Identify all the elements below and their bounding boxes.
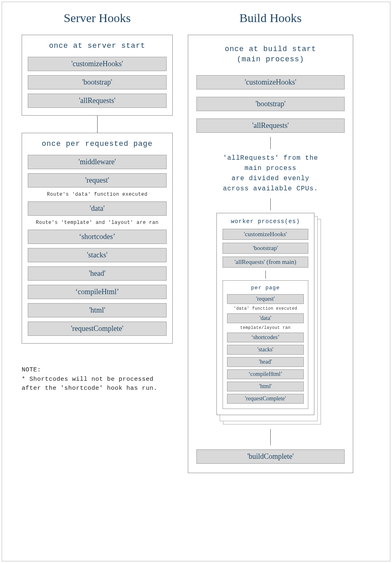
per-page-panel: per page 'request' 'data' function execu… bbox=[223, 280, 308, 409]
hook-data: 'data' bbox=[227, 313, 304, 323]
note-template-layout: Route's 'template' and 'layout' are ran bbox=[28, 220, 167, 226]
hook-head: 'head' bbox=[28, 266, 167, 281]
hook-bootstrap: 'bootstrap' bbox=[196, 97, 345, 111]
connector-line bbox=[270, 137, 271, 149]
build-hooks-title: Build Hooks bbox=[188, 11, 353, 25]
build-main-panel: once at build start (main process) 'cust… bbox=[188, 35, 353, 473]
hook-bootstrap: 'bootstrap' bbox=[28, 75, 167, 89]
server-start-panel: once at server start 'customizeHooks' 'b… bbox=[22, 35, 173, 116]
hook-bootstrap: 'bootstrap' bbox=[223, 243, 308, 254]
build-start-title: once at build start (main process) bbox=[196, 44, 345, 65]
hook-customizeHooks: 'customizeHooks' bbox=[28, 57, 167, 71]
connector-line bbox=[270, 198, 271, 210]
hook-shortcodes: ‘shortcodes’ bbox=[28, 230, 167, 244]
hook-middleware: 'middleware' bbox=[28, 155, 167, 169]
footnote-line: NOTE: bbox=[22, 366, 173, 375]
divider-line: main process bbox=[245, 165, 296, 172]
per-request-panel: once per requested page 'middleware' 're… bbox=[22, 133, 173, 344]
hook-data: 'data' bbox=[28, 201, 167, 216]
hook-requestComplete: 'requestComplete' bbox=[28, 322, 167, 336]
hook-head: 'head' bbox=[227, 357, 304, 367]
server-start-title: once at server start bbox=[28, 41, 167, 51]
hook-html: 'html' bbox=[227, 382, 304, 391]
worker-title: worker process(es) bbox=[223, 218, 308, 225]
diagram-page: Server Hooks once at server start 'custo… bbox=[2, 2, 390, 561]
hook-stacks: 'stacks' bbox=[28, 248, 167, 262]
hook-requestComplete: 'requestComplete' bbox=[227, 394, 304, 404]
connector-line bbox=[265, 270, 266, 279]
hook-allRequests-from-main: 'allRequests' (from main) bbox=[223, 257, 308, 268]
note-data-fn: Route's 'data' function executed bbox=[28, 192, 167, 197]
worker-stack: worker process(es) 'customizeHooks' 'boo… bbox=[216, 213, 325, 427]
hook-allRequests: 'allRequests' bbox=[28, 94, 167, 108]
divider-line: are divided evenly bbox=[232, 175, 310, 182]
hook-html: 'html' bbox=[28, 303, 167, 317]
per-page-title: per page bbox=[227, 285, 304, 291]
server-hooks-title: Server Hooks bbox=[22, 11, 173, 25]
worker-panel: worker process(es) 'customizeHooks' 'boo… bbox=[216, 213, 314, 415]
divider-text: 'allRequests' from the main process are … bbox=[196, 153, 345, 194]
build-start-title-l1: once at build start bbox=[225, 45, 316, 53]
per-request-title: once per requested page bbox=[28, 139, 167, 149]
note-data-fn: 'data' function executed bbox=[227, 306, 304, 311]
server-hooks-column: Server Hooks once at server start 'custo… bbox=[22, 11, 173, 393]
connector-line bbox=[97, 116, 98, 133]
build-start-title-l2: (main process) bbox=[237, 55, 304, 63]
hook-request: 'request' bbox=[28, 173, 167, 188]
note-template-layout: template/layout ran bbox=[227, 326, 304, 330]
hook-allRequests: 'allRequests' bbox=[196, 118, 345, 133]
build-hooks-column: Build Hooks once at build start (main pr… bbox=[188, 11, 353, 473]
divider-line: 'allRequests' from the bbox=[223, 154, 318, 162]
footnote-line: after the 'shortcode' hook has run. bbox=[22, 384, 173, 393]
footnote: NOTE: * Shortcodes will not be processed… bbox=[22, 366, 173, 393]
hook-compileHtml: ‘compileHtml’ bbox=[28, 285, 167, 299]
hook-buildComplete: 'buildComplete' bbox=[196, 449, 345, 464]
hook-stacks: 'stacks' bbox=[227, 345, 304, 355]
hook-customizeHooks: 'customizeHooks' bbox=[196, 75, 345, 89]
hook-compileHtml: ‘compileHtml’ bbox=[227, 369, 304, 379]
connector-line bbox=[270, 429, 271, 445]
footnote-line: * Shortcodes will not be processed bbox=[22, 375, 173, 384]
hook-shortcodes: ‘shortcodes’ bbox=[227, 333, 304, 342]
hook-request: 'request' bbox=[227, 294, 304, 304]
hook-customizeHooks: 'customizeHooks' bbox=[223, 229, 308, 240]
divider-line: across available CPUs. bbox=[223, 185, 318, 192]
